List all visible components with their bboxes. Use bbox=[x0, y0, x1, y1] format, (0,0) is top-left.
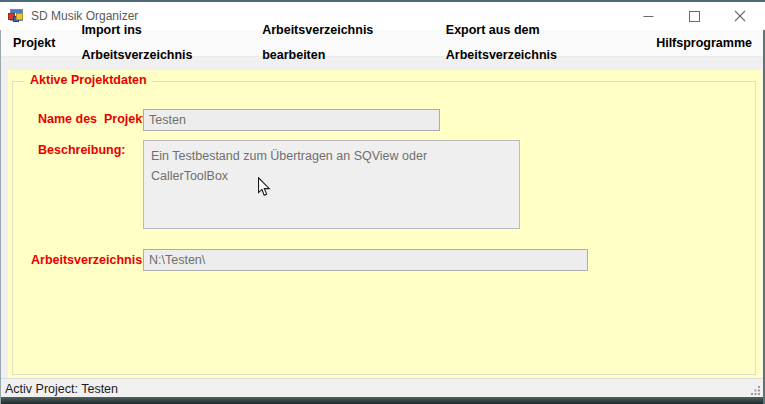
menu-item-bearbeiten[interactable]: Arbeitsverzeichnis bearbeiten bbox=[249, 18, 433, 68]
close-icon bbox=[734, 10, 746, 22]
menu-item-hilfsprogramme[interactable]: Hilfsprogramme bbox=[643, 31, 765, 56]
app-icon bbox=[8, 8, 24, 24]
name-label: Name des Projekts bbox=[38, 112, 153, 126]
groupbox-label: Aktive Projektdaten bbox=[25, 73, 152, 87]
minimize-icon bbox=[643, 11, 654, 22]
menu-item-projekt[interactable]: Projekt bbox=[0, 31, 68, 56]
project-name-field[interactable] bbox=[143, 109, 440, 131]
description-field[interactable]: Ein Testbestand zum Übertragen an SQView… bbox=[143, 140, 520, 229]
statusbar: Activ Project: Testen bbox=[0, 378, 765, 398]
maximize-icon bbox=[689, 11, 700, 22]
client-panel: Aktive Projektdaten Name des Projekts Be… bbox=[8, 70, 762, 378]
status-text: Activ Project: Testen bbox=[5, 382, 118, 396]
maximize-button[interactable] bbox=[671, 2, 717, 30]
window-left-edge bbox=[0, 30, 1, 404]
resize-grip-icon[interactable] bbox=[751, 386, 761, 396]
menu-item-export[interactable]: Export aus dem Arbeitsverzeichnis bbox=[433, 18, 643, 68]
description-label: Beschreibung: bbox=[38, 143, 126, 157]
close-button[interactable] bbox=[717, 2, 763, 30]
taskbar-strip bbox=[0, 397, 765, 404]
workdir-label: Arbeitsverzeichnis bbox=[31, 253, 142, 267]
menubar: Projekt Import ins Arbeitsverzeichnis Ar… bbox=[0, 30, 765, 57]
workdir-field[interactable] bbox=[143, 249, 588, 271]
menu-item-import[interactable]: Import ins Arbeitsverzeichnis bbox=[68, 18, 249, 68]
window-controls bbox=[625, 2, 763, 30]
app-window: SD Musik Organizer Projekt Impor bbox=[0, 0, 765, 404]
